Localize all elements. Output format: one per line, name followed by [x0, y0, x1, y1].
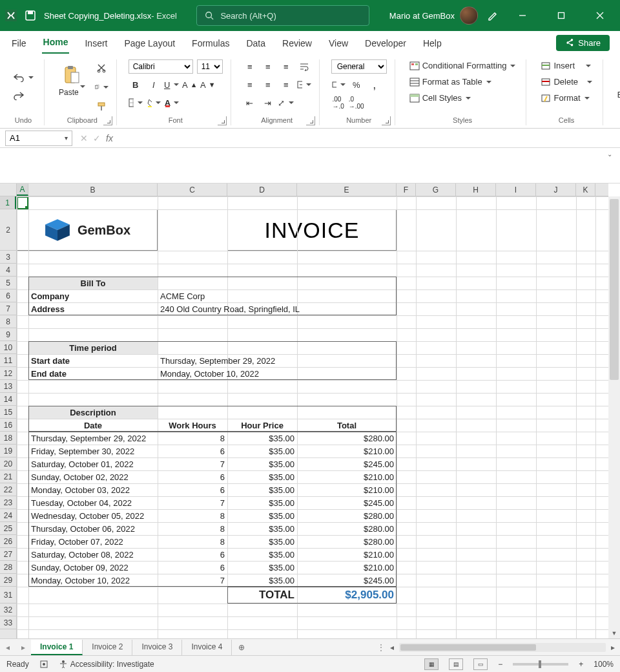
- row-header[interactable]: 29: [0, 574, 16, 587]
- tab-review[interactable]: Review: [281, 34, 313, 54]
- row-header[interactable]: 20: [0, 457, 16, 470]
- tab-file[interactable]: File: [10, 34, 28, 54]
- row-header[interactable]: 12: [0, 367, 16, 380]
- underline-button[interactable]: U: [165, 78, 179, 92]
- orientation-button[interactable]: ⤢: [279, 96, 293, 110]
- date-cell[interactable]: Friday, October 07, 2022: [28, 535, 158, 548]
- increase-indent-button[interactable]: ⇥: [261, 96, 275, 110]
- date-cell[interactable]: Saturday, October 08, 2022: [28, 548, 158, 561]
- col-date-header[interactable]: Date: [28, 419, 158, 432]
- row-header[interactable]: 19: [0, 445, 16, 457]
- col-total-header[interactable]: Total: [297, 419, 397, 432]
- bill-to-header[interactable]: Bill To: [28, 277, 158, 289]
- column-header[interactable]: B: [28, 184, 158, 196]
- row-header[interactable]: 3: [0, 251, 16, 264]
- tab-help[interactable]: Help: [422, 34, 443, 54]
- align-top-button[interactable]: ≡: [243, 59, 257, 74]
- save-icon[interactable]: [25, 10, 36, 21]
- sheet-nav-next[interactable]: ▸: [16, 643, 31, 652]
- address-label[interactable]: Address: [28, 302, 158, 315]
- borders-button[interactable]: [129, 96, 143, 110]
- delete-cells-button[interactable]: Delete: [538, 76, 594, 88]
- date-cell[interactable]: Thursday, October 06, 2022: [28, 522, 158, 535]
- column-header[interactable]: D: [227, 184, 297, 196]
- price-cell[interactable]: $35.00: [227, 445, 297, 457]
- time-period-header[interactable]: Time period: [28, 341, 158, 354]
- date-cell[interactable]: Thursday, September 29, 2022: [28, 432, 158, 445]
- accessibility-status[interactable]: Accessibility: Investigate: [59, 660, 154, 669]
- undo-button[interactable]: [10, 72, 36, 83]
- accounting-format-button[interactable]: [331, 78, 346, 92]
- wrap-text-button[interactable]: [297, 59, 311, 74]
- minimize-button[interactable]: [508, 5, 537, 26]
- row-header[interactable]: [0, 629, 16, 638]
- grand-total-value[interactable]: $2,905.00: [297, 587, 397, 604]
- total-cell[interactable]: $210.00: [297, 548, 397, 561]
- row-header[interactable]: 21: [0, 470, 16, 483]
- fill-color-button[interactable]: [147, 96, 161, 110]
- pen-icon[interactable]: [487, 10, 499, 21]
- price-cell[interactable]: $35.00: [227, 432, 297, 445]
- column-header[interactable]: G: [416, 184, 456, 196]
- col-price-header[interactable]: Hour Price: [227, 419, 297, 432]
- total-cell[interactable]: $210.00: [297, 445, 397, 457]
- date-cell[interactable]: Wednesday, October 05, 2022: [28, 509, 158, 522]
- align-middle-button[interactable]: ≡: [261, 59, 275, 74]
- row-header[interactable]: 14: [0, 393, 16, 406]
- date-cell[interactable]: Tuesday, October 04, 2022: [28, 496, 158, 509]
- paste-button[interactable]: Paste: [56, 59, 88, 98]
- format-painter-button[interactable]: [94, 100, 108, 114]
- increase-font-button[interactable]: A▲: [183, 78, 197, 92]
- close-button[interactable]: [585, 5, 615, 26]
- row-header[interactable]: 18: [0, 432, 16, 445]
- tab-formulas[interactable]: Formulas: [191, 34, 231, 54]
- search-box[interactable]: Search (Alt+Q): [196, 5, 369, 26]
- total-cell[interactable]: $245.00: [297, 457, 397, 470]
- row-header[interactable]: 27: [0, 548, 16, 561]
- row-header[interactable]: 13: [0, 380, 16, 393]
- total-cell[interactable]: $210.00: [297, 483, 397, 496]
- decrease-indent-button[interactable]: ⇤: [243, 96, 257, 110]
- zoom-slider[interactable]: [513, 663, 568, 666]
- vertical-scrollbar[interactable]: ▲ ▼: [608, 196, 620, 638]
- column-header[interactable]: C: [158, 184, 227, 196]
- total-cell[interactable]: $280.00: [297, 432, 397, 445]
- sheet-tab[interactable]: Invoice 4: [182, 640, 232, 655]
- start-date-value[interactable]: Thursday, September 29, 2022: [158, 354, 397, 367]
- row-header[interactable]: 2: [0, 209, 16, 251]
- format-as-table-button[interactable]: Format as Table: [407, 76, 494, 88]
- price-cell[interactable]: $35.00: [227, 574, 297, 587]
- conditional-formatting-button[interactable]: Conditional Formatting: [407, 59, 519, 72]
- font-size-select[interactable]: 11: [197, 59, 223, 74]
- total-cell[interactable]: $280.00: [297, 509, 397, 522]
- tab-home[interactable]: Home: [42, 33, 70, 54]
- worksheet-area[interactable]: ABCDEFGHIJK 1234567891011121314151618192…: [0, 184, 620, 638]
- align-bottom-button[interactable]: ≡: [279, 59, 293, 74]
- price-cell[interactable]: $35.00: [227, 496, 297, 509]
- row-header[interactable]: 6: [0, 289, 16, 302]
- total-cell[interactable]: $280.00: [297, 535, 397, 548]
- align-center-button[interactable]: ≡: [261, 78, 275, 92]
- start-date-label[interactable]: Start date: [28, 354, 158, 367]
- total-cell[interactable]: $210.00: [297, 561, 397, 574]
- hours-cell[interactable]: 8: [158, 535, 227, 548]
- column-header[interactable]: J: [536, 184, 576, 196]
- horizontal-scrollbar[interactable]: [399, 643, 606, 652]
- scroll-down-arrow[interactable]: ▼: [608, 628, 620, 638]
- tab-insert[interactable]: Insert: [83, 34, 108, 54]
- cancel-formula-icon[interactable]: ✕: [80, 133, 88, 143]
- merge-center-button[interactable]: [297, 78, 311, 92]
- col-hours-header[interactable]: Work Hours: [158, 419, 227, 432]
- tab-data[interactable]: Data: [245, 34, 267, 54]
- redo-button[interactable]: [10, 90, 27, 101]
- hscroll-left[interactable]: ◂: [390, 643, 394, 652]
- select-all-corner[interactable]: [0, 184, 17, 196]
- normal-view-button[interactable]: ▦: [424, 658, 439, 670]
- tab-page-layout[interactable]: Page Layout: [123, 34, 176, 54]
- tab-split-icon[interactable]: ⋮: [377, 643, 385, 652]
- row-header[interactable]: 25: [0, 522, 16, 535]
- hours-cell[interactable]: 7: [158, 574, 227, 587]
- bold-button[interactable]: B: [129, 78, 143, 92]
- row-header[interactable]: 1: [0, 196, 16, 209]
- row-header[interactable]: 28: [0, 561, 16, 574]
